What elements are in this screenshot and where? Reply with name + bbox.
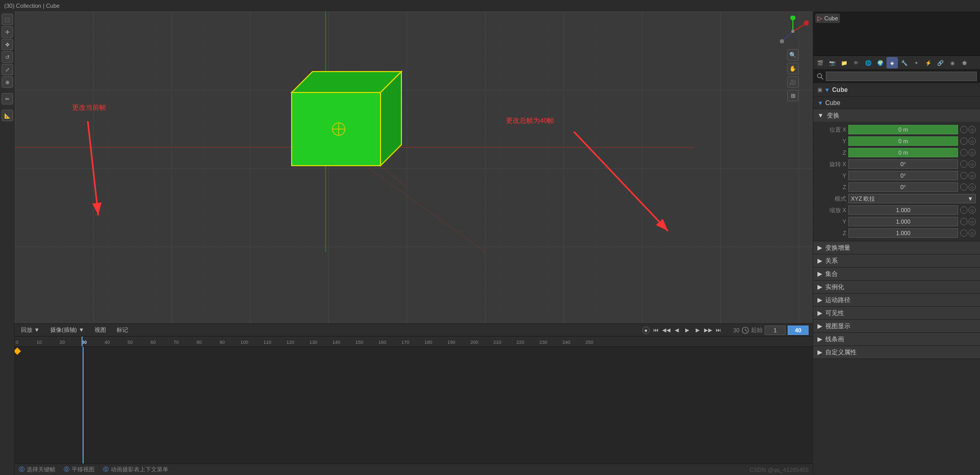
outliner-area[interactable]: ▷ Cube (813, 11, 980, 56)
svg-point-18 (790, 16, 795, 20)
status-pan: ⓪ 平移视图 (64, 466, 95, 473)
mode-dropdown[interactable]: XYZ 欧拉 ▼ (848, 194, 976, 203)
timeline-menu-playback[interactable]: 回放 ▼ (19, 325, 42, 335)
measure-button[interactable]: 📐 (2, 110, 13, 121)
tab-scene2[interactable]: 🌐 (862, 57, 874, 68)
scale-y-value[interactable]: 1.000 (848, 217, 958, 226)
properties-area[interactable]: ▼ 变换 位置 X 0 m · ◇ (813, 109, 980, 475)
timeline-content[interactable] (15, 347, 813, 464)
instancing-header[interactable]: ▶ 实例化 (813, 281, 980, 293)
scale-x-value[interactable]: 1.000 (848, 205, 958, 215)
scale-button[interactable]: ⤢ (2, 64, 13, 75)
custom-props-header[interactable]: ▶ 自定义属性 (813, 346, 980, 358)
timeline-menu-view[interactable]: 视图 (93, 325, 108, 335)
tab-particles[interactable]: ✦ (910, 57, 922, 68)
rotate-button[interactable]: ↺ (2, 51, 13, 63)
annotate-button[interactable]: ✏ (2, 93, 13, 105)
scale-y-anim[interactable]: ◇ (969, 218, 976, 225)
rotation-x-value[interactable]: 0° (848, 159, 958, 169)
scale-z-dot[interactable]: · (960, 229, 967, 237)
jump-start-btn[interactable]: ⏮ (652, 326, 660, 334)
pos-x-dot[interactable]: · (960, 126, 967, 133)
scale-z-value[interactable]: 1.000 (848, 228, 958, 238)
tab-render[interactable]: 📷 (826, 57, 838, 68)
svg-text:0: 0 (16, 340, 18, 345)
tab-world[interactable]: 🌍 (874, 57, 886, 68)
end-frame-input[interactable] (788, 326, 809, 335)
rot-x-label: 旋转 X (817, 160, 846, 168)
svg-rect-2 (15, 11, 813, 323)
viewport-3d[interactable]: 更改当前帧 更改总帧为40帧 (15, 11, 813, 323)
tab-material[interactable]: ⬟ (959, 57, 970, 68)
scale-z-row: Z 1.000 · ◇ (813, 227, 980, 239)
tab-data[interactable]: ◉ (947, 57, 958, 68)
pos-y-dot[interactable]: · (960, 137, 967, 145)
delta-transform-header[interactable]: ▶ 变换增量 (813, 241, 980, 254)
position-z-value[interactable]: 0 m (848, 148, 958, 157)
visibility-header[interactable]: ▶ 可见性 (813, 307, 980, 319)
tab-physics[interactable]: ⚡ (923, 57, 934, 68)
next-keyframe-btn[interactable]: ▶▶ (704, 326, 712, 334)
position-x-value[interactable]: 0 m (848, 125, 958, 134)
viewport-display-header[interactable]: ▶ 视图显示 (813, 320, 980, 332)
motion-path-header[interactable]: ▶ 运动路径 (813, 294, 980, 306)
next-frame-btn[interactable]: ▶ (694, 326, 702, 334)
position-label: 位置 X (817, 126, 846, 134)
tab-modifier[interactable]: 🔧 (898, 57, 910, 68)
lineart-header[interactable]: ▶ 线条画 (813, 333, 980, 345)
search-input[interactable] (826, 72, 977, 81)
rotation-z-value[interactable]: 0° (848, 182, 958, 192)
rot-y-dot[interactable]: · (960, 172, 967, 179)
svg-text:140: 140 (332, 340, 340, 345)
rot-y-anim[interactable]: ◇ (969, 172, 976, 179)
pos-z-dot[interactable]: · (960, 149, 967, 156)
pos-y-anim[interactable]: ◇ (969, 137, 976, 145)
frame-ruler: 0 10 20 30 40 50 60 70 80 90 100 110 120… (15, 337, 813, 347)
pos-x-anim[interactable]: ◇ (969, 126, 976, 133)
tab-output[interactable]: 📁 (838, 57, 850, 68)
jump-end-btn[interactable]: ⏭ (714, 326, 723, 334)
pos-z-anim[interactable]: ◇ (969, 149, 976, 156)
scale-x-anim[interactable]: ◇ (969, 206, 976, 214)
tab-constraints[interactable]: 🔗 (935, 57, 946, 68)
scale-x-dot[interactable]: · (960, 206, 967, 214)
scale-z-anim[interactable]: ◇ (969, 229, 976, 237)
start-frame-input[interactable] (765, 326, 786, 335)
play-circle-btn[interactable]: ● (642, 327, 650, 334)
ortho-btn[interactable]: ⊞ (787, 90, 799, 101)
svg-rect-27 (15, 337, 813, 347)
transform-button[interactable]: ⊕ (2, 76, 13, 88)
position-y-value[interactable]: 0 m (848, 136, 958, 146)
collections-header[interactable]: ▶ 集合 (813, 268, 980, 280)
prev-keyframe-btn[interactable]: ◀◀ (662, 326, 671, 334)
transform-header[interactable]: ▼ 变换 (813, 109, 980, 122)
rot-x-anim[interactable]: ◇ (969, 160, 976, 168)
select-box-button[interactable]: ⬚ (2, 14, 13, 25)
svg-text:50: 50 (128, 340, 133, 345)
cursor-button[interactable]: ✛ (2, 26, 13, 38)
tab-view-layer[interactable]: 👁 (850, 57, 862, 68)
pan-btn[interactable]: ✋ (787, 63, 799, 74)
scale-y-dot[interactable]: · (960, 218, 967, 225)
mode-label: 模式 (817, 195, 846, 203)
relations-header[interactable]: ▶ 关系 (813, 254, 980, 267)
instancing-section: ▶ 实例化 (813, 281, 980, 294)
play-btn[interactable]: ▶ (683, 326, 691, 334)
rot-z-dot[interactable]: · (960, 183, 967, 191)
cube-outliner-item[interactable]: ▷ Cube (815, 14, 840, 23)
camera-btn[interactable]: 🎥 (787, 76, 799, 88)
rot-z-label: Z (817, 184, 846, 190)
timeline-menu-markers[interactable]: 标记 (114, 325, 130, 335)
prev-frame-btn[interactable]: ◀ (673, 326, 681, 334)
move-button[interactable]: ✥ (2, 39, 13, 50)
rot-z-anim[interactable]: ◇ (969, 183, 976, 191)
tab-object[interactable]: ◈ (886, 57, 898, 68)
rot-x-dot[interactable]: · (960, 160, 967, 168)
svg-text:70: 70 (174, 340, 179, 345)
scale-y-row: Y 1.000 · ◇ (813, 216, 980, 227)
tab-scene[interactable]: 🎬 (814, 57, 826, 68)
timeline-menu-camera[interactable]: 摄像(插轴) ▼ (48, 325, 86, 335)
rotation-y-value[interactable]: 0° (848, 171, 958, 180)
svg-text:230: 230 (539, 340, 547, 345)
zoom-btn[interactable]: 🔍 (787, 49, 799, 61)
